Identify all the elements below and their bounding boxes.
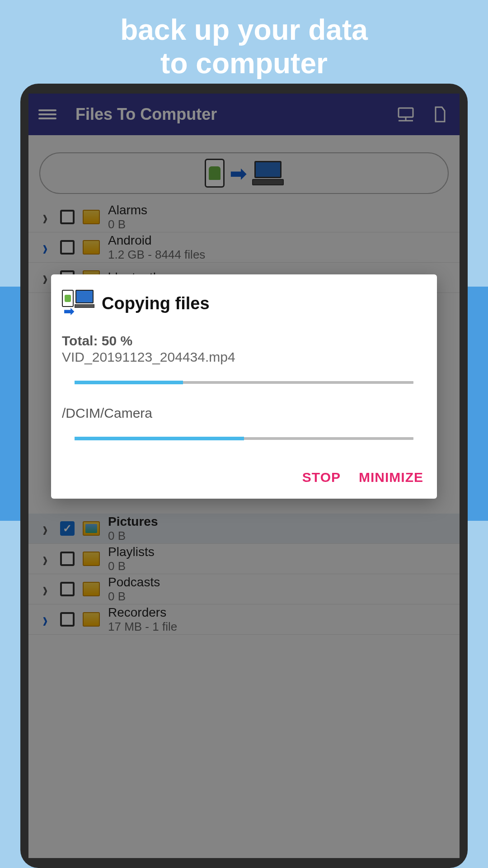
promo-title: back up your data to computer bbox=[0, 0, 488, 80]
phone-screen: Files To Computer ➡ ›Alarms0 B›Android1.… bbox=[28, 94, 460, 858]
file-progress-bar bbox=[75, 381, 413, 384]
stop-button[interactable]: STOP bbox=[302, 470, 341, 485]
current-file-name: VID_20191123_204434.mp4 bbox=[62, 349, 426, 365]
dialog-header: ➡ Copying files bbox=[62, 290, 426, 317]
promo-background: back up your data to computer Files To C… bbox=[0, 0, 488, 868]
file-progress-fill bbox=[75, 381, 183, 384]
destination-path: /DCIM/Camera bbox=[62, 406, 426, 421]
minimize-button[interactable]: MINIMIZE bbox=[359, 470, 423, 485]
transfer-icon: ➡ bbox=[62, 290, 94, 317]
dialog-title: Copying files bbox=[102, 294, 210, 313]
copying-dialog: ➡ Copying files Total: 50 % VID_20191123… bbox=[51, 274, 437, 499]
total-progress-bar bbox=[75, 437, 413, 440]
promo-line2: to computer bbox=[0, 47, 488, 80]
total-progress-fill bbox=[75, 437, 244, 440]
promo-line1: back up your data bbox=[0, 14, 488, 47]
phone-frame: Files To Computer ➡ ›Alarms0 B›Android1.… bbox=[20, 84, 468, 868]
progress-total-label: Total: 50 % bbox=[62, 333, 426, 349]
dialog-actions: STOP MINIMIZE bbox=[62, 462, 426, 491]
